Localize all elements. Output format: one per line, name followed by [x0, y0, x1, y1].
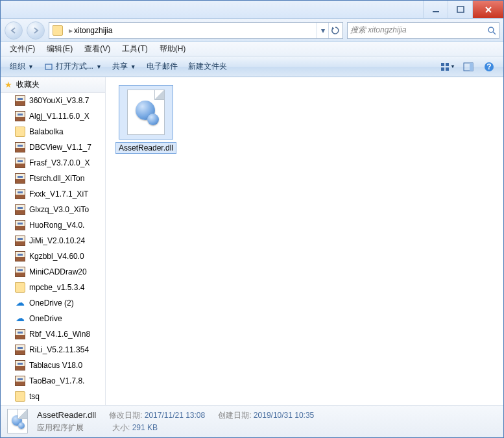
content-area: ★ 收藏夹 360YouXi_V3.8.7Algj_V1.11.6.0_XBal… — [1, 77, 503, 405]
close-button[interactable] — [472, 1, 503, 18]
rar-icon — [15, 251, 25, 262]
minimize-button[interactable] — [423, 1, 448, 18]
svg-rect-9 — [470, 63, 473, 71]
sidebar-item[interactable]: 360YouXi_V3.8.7 — [1, 93, 105, 108]
menu-help[interactable]: 帮助(H) — [154, 42, 191, 56]
toolbar: 组织▼ 打开方式...▼ 共享▼ 电子邮件 新建文件夹 ▼ ? — [1, 56, 503, 77]
sidebar[interactable]: ★ 收藏夹 360YouXi_V3.8.7Algj_V1.11.6.0_XBal… — [1, 77, 106, 405]
svg-rect-6 — [441, 67, 444, 71]
sidebar-item[interactable]: Rbf_V4.1.6_Win8 — [1, 326, 105, 342]
breadcrumb-current[interactable]: xitongzhijia — [74, 26, 112, 35]
sidebar-item[interactable]: TaoBao_V1.7.8. — [1, 373, 105, 389]
address-bar[interactable]: ▸ xitongzhijia ▾ — [49, 22, 343, 39]
svg-rect-4 — [441, 63, 444, 66]
rar-icon — [15, 267, 25, 277]
file-item[interactable]: AssetReader.dll — [114, 85, 178, 154]
address-dropdown[interactable]: ▾ — [317, 23, 328, 38]
sidebar-item[interactable]: MiniCADDraw20 — [1, 264, 105, 280]
forward-button[interactable] — [27, 21, 45, 40]
sidebar-item-label: mpcbe_v1.5.3.4 — [29, 283, 84, 292]
sidebar-item-label: Tablacus V18.0 — [29, 361, 82, 370]
search-placeholder: 搜索 xitongzhijia — [350, 25, 487, 36]
sidebar-item[interactable]: RiLi_V5.2.11.354 — [1, 342, 105, 358]
sidebar-item[interactable]: Kgzbbl_V4.60.0 — [1, 249, 105, 264]
sidebar-item[interactable]: Fxxk_V1.7.1_XiT — [1, 186, 105, 202]
file-pane[interactable]: AssetReader.dll — [106, 77, 503, 405]
sidebar-item-label: Glxzq_V3.0_XiTo — [29, 205, 89, 214]
rar-icon — [15, 111, 25, 121]
details-thumb — [7, 409, 30, 435]
sidebar-item[interactable]: DBCView_V1.1_7 — [1, 140, 105, 155]
details-created-value: 2019/10/31 10:35 — [254, 411, 314, 420]
sidebar-item-label: Frasf_V3.7.0.0_X — [29, 158, 90, 167]
sidebar-item[interactable]: mpcbe_v1.5.3.4 — [1, 280, 105, 295]
folder-icon — [15, 391, 25, 402]
sidebar-item[interactable]: ☁OneDrive (2) — [1, 295, 105, 311]
sidebar-item-label: HuoRong_V4.0. — [29, 221, 84, 230]
sidebar-item[interactable]: Glxzq_V3.0_XiTo — [1, 202, 105, 217]
menu-edit[interactable]: 编辑(E) — [42, 42, 78, 56]
sidebar-item[interactable]: Frasf_V3.7.0.0_X — [1, 155, 105, 171]
help-button[interactable]: ? — [481, 59, 497, 75]
back-button[interactable] — [5, 21, 23, 40]
sidebar-item-label: Rbf_V4.1.6_Win8 — [29, 330, 90, 339]
rar-icon — [15, 360, 25, 371]
svg-rect-7 — [446, 67, 449, 71]
details-size-value: 291 KB — [132, 423, 158, 432]
sidebar-item-label: TaoBao_V1.7.8. — [29, 376, 84, 385]
chevron-down-icon: ▼ — [28, 64, 34, 70]
svg-text:?: ? — [486, 62, 491, 71]
sidebar-item[interactable]: tsq — [1, 389, 105, 404]
sidebar-item[interactable]: Ftsrch.dll_XiTon — [1, 171, 105, 186]
rar-icon — [15, 329, 25, 339]
rar-icon — [15, 142, 25, 152]
sidebar-favorites-header[interactable]: ★ 收藏夹 — [1, 77, 105, 93]
sidebar-item-label: Algj_V1.11.6.0_X — [29, 112, 90, 121]
svg-rect-0 — [433, 11, 439, 12]
menu-bar: 文件(F) 编辑(E) 查看(V) 工具(T) 帮助(H) — [1, 42, 503, 56]
email-button[interactable]: 电子邮件 — [141, 58, 183, 75]
menu-file[interactable]: 文件(F) — [5, 42, 40, 56]
search-input[interactable]: 搜索 xitongzhijia — [347, 22, 499, 39]
folder-icon — [15, 127, 25, 137]
details-mod-value: 2017/11/21 13:08 — [145, 411, 205, 420]
details-mod-label: 修改日期: — [109, 411, 142, 420]
rar-icon — [15, 95, 25, 106]
rar-icon — [15, 236, 25, 246]
titlebar — [1, 1, 503, 19]
star-icon: ★ — [5, 80, 12, 90]
refresh-button[interactable] — [328, 23, 341, 38]
details-size-label: 大小: — [112, 423, 130, 432]
rar-icon — [15, 345, 25, 355]
cloud-icon: ☁ — [15, 298, 25, 308]
sidebar-favorites-label: 收藏夹 — [16, 79, 40, 90]
sidebar-item[interactable]: Tablacus V18.0 — [1, 358, 105, 373]
preview-pane-button[interactable] — [461, 59, 476, 75]
sidebar-item-label: Kgzbbl_V4.60.0 — [29, 252, 84, 261]
sidebar-item[interactable]: ☁OneDrive — [1, 311, 105, 326]
folder-icon — [52, 25, 64, 36]
details-name: AssetReader.dll — [37, 410, 96, 421]
details-pane: AssetReader.dll 修改日期: 2017/11/21 13:08 创… — [1, 405, 503, 437]
file-name: AssetReader.dll — [115, 142, 176, 154]
folder-icon — [15, 282, 25, 293]
svg-rect-1 — [457, 6, 464, 12]
rar-icon — [15, 189, 25, 199]
svg-point-2 — [488, 27, 494, 32]
sidebar-item-label: MiniCADDraw20 — [29, 267, 87, 276]
rar-icon — [15, 173, 25, 184]
newfolder-button[interactable]: 新建文件夹 — [183, 58, 232, 75]
menu-tools[interactable]: 工具(T) — [117, 42, 152, 56]
menu-view[interactable]: 查看(V) — [79, 42, 115, 56]
sidebar-item[interactable]: Algj_V1.11.6.0_X — [1, 108, 105, 124]
organize-button[interactable]: 组织▼ — [5, 58, 39, 75]
sidebar-item[interactable]: JiMi_V2.0.10.24 — [1, 233, 105, 249]
share-button[interactable]: 共享▼ — [107, 58, 141, 75]
maximize-button[interactable] — [448, 1, 472, 18]
file-thumb — [119, 85, 173, 140]
sidebar-item[interactable]: Balabolka — [1, 124, 105, 140]
chevron-down-icon: ▼ — [130, 64, 136, 70]
views-button[interactable]: ▼ — [440, 59, 455, 75]
sidebar-item[interactable]: HuoRong_V4.0. — [1, 217, 105, 233]
openwith-button[interactable]: 打开方式...▼ — [39, 58, 107, 75]
